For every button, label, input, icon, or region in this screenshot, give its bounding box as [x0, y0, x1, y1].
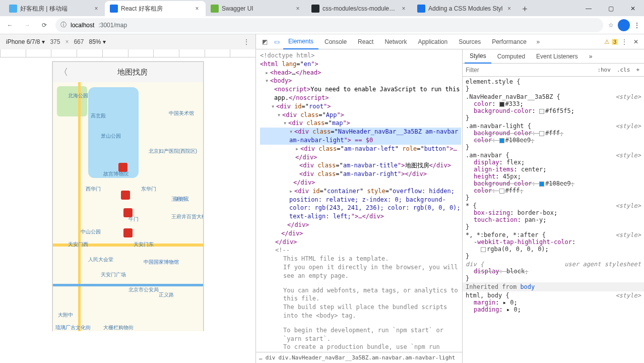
poi-label: 中山公园	[81, 228, 101, 235]
styles-filter-input[interactable]	[466, 67, 593, 74]
poi-label: 大栅栏购物街	[103, 324, 134, 331]
map-view[interactable]: 北海公园 高玄殿 中国美术馆 景山公园 北京妇产医院(西院区) 故宫博物院 皇史…	[53, 82, 203, 331]
tab-title: css-modules/css-modules: D	[323, 5, 397, 12]
poi-label: 午门	[128, 216, 139, 223]
back-icon[interactable]: 〈	[59, 66, 68, 78]
poi-label: 北海公园	[68, 92, 88, 99]
crumb-more[interactable]: …	[259, 354, 263, 361]
device-toggle-icon[interactable]: ▭	[271, 38, 282, 45]
device-zoom[interactable]: 85%▾	[89, 38, 105, 45]
crumb[interactable]: div.NavHeader_navBar__3a5BZ.am-navbar.am…	[279, 354, 456, 361]
map-bg: 北海公园 高玄殿 中国美术馆 景山公园 北京妇产医院(西院区) 故宫博物院 皇史…	[53, 82, 203, 331]
menu-icon[interactable]: ⋮	[634, 22, 640, 29]
device-height[interactable]: 667	[74, 38, 84, 45]
favicon	[417, 5, 425, 13]
device-width[interactable]: 375	[50, 38, 60, 45]
poi-label: 正义路	[159, 291, 174, 298]
tab-performance[interactable]: Performance	[487, 34, 532, 49]
tab-title: Adding a CSS Modules Styl	[428, 5, 502, 12]
tab-application[interactable]: Application	[413, 34, 453, 49]
device-selector[interactable]: iPhone 6/7/8▾	[6, 38, 45, 45]
tab-0[interactable]: 好客租房 | 移动端×	[4, 1, 105, 16]
new-tab-button[interactable]: +	[518, 2, 532, 16]
settings-icon[interactable]: ⋮	[619, 38, 630, 45]
poi-label: 天安门东	[134, 241, 154, 248]
device-pane: iPhone 6/7/8▾ 375 × 667 85%▾ ⋮ 〈 地图找房	[0, 34, 255, 363]
styles-tabs: Styles Computed Event Listeners »	[463, 49, 644, 64]
selected-dom-node[interactable]: ▾<div class="NavHeader_navBar__3a5BZ am-…	[260, 128, 461, 145]
favicon	[9, 5, 17, 13]
tab-styles[interactable]: Styles	[465, 49, 491, 64]
zoom-value: 85%	[89, 38, 101, 45]
poi-label: 故宫博物院	[103, 170, 128, 177]
tab-react[interactable]: React	[353, 34, 378, 49]
url-host: localhost	[71, 22, 94, 29]
reload-button[interactable]: ⟳	[38, 19, 50, 31]
minimize-button[interactable]: —	[577, 1, 600, 16]
tab-2[interactable]: Swagger UI×	[206, 1, 306, 16]
site-info-icon[interactable]: ⓘ	[60, 21, 67, 29]
dom-tree[interactable]: <!doctype html> <html lang="en"> ▸<head>…	[256, 49, 462, 352]
back-button[interactable]: ←	[4, 19, 16, 31]
poi-label: 景山公园	[101, 133, 121, 140]
devtools: ◩ ▭ Elements Console React Network Appli…	[255, 34, 644, 363]
close-icon[interactable]: ×	[194, 5, 201, 12]
favicon	[110, 5, 118, 13]
map-marker[interactable]	[121, 191, 130, 200]
poi-label: 天安门西	[68, 241, 88, 248]
more-tabs-icon[interactable]: »	[533, 38, 544, 45]
chevron-down-icon: ▾	[42, 38, 45, 45]
tab-console[interactable]: Console	[319, 34, 352, 49]
map-marker[interactable]	[123, 228, 133, 237]
close-icon[interactable]: ×	[294, 5, 301, 12]
more-tabs-icon[interactable]: »	[584, 49, 598, 64]
styles-rules[interactable]: element.style {} .NavHeader_navBar__3a5B…	[463, 77, 644, 363]
dom-pane: <!doctype html> <html lang="en"> ▸<head>…	[256, 49, 463, 363]
new-style-icon[interactable]: +	[634, 67, 641, 73]
devtools-body: <!doctype html> <html lang="en"> ▸<head>…	[256, 49, 644, 363]
tab-elements[interactable]: Elements	[283, 34, 318, 49]
poi-label: 天安门广场	[101, 271, 126, 278]
toolbar-right: ☆ ⋮	[608, 19, 640, 31]
poi-label: 王府井	[171, 196, 186, 203]
browser-chrome: 好客租房 | 移动端× React 好客租房× Swagger UI× css-…	[0, 0, 644, 34]
dimension-x: ×	[65, 38, 69, 45]
tab-4[interactable]: Adding a CSS Modules Styl×	[412, 1, 518, 16]
devtools-close-icon[interactable]: ✕	[631, 38, 641, 45]
tab-event-listeners[interactable]: Event Listeners	[531, 49, 583, 64]
poi-label: 中国国家博物馆	[144, 259, 179, 266]
tab-sources[interactable]: Sources	[454, 34, 486, 49]
close-icon[interactable]: ×	[93, 5, 100, 12]
cls-toggle[interactable]: .cls	[615, 67, 632, 73]
tab-network[interactable]: Network	[379, 34, 412, 49]
inspect-icon[interactable]: ◩	[259, 38, 270, 45]
warn-count: 3	[612, 39, 618, 45]
poi-label: 中国美术馆	[169, 110, 194, 117]
poi-label: 高玄殿	[91, 112, 106, 119]
close-button[interactable]: ✕	[622, 1, 644, 16]
window-controls: — ▢ ✕	[577, 1, 644, 16]
device-menu-icon[interactable]: ⋮	[243, 38, 249, 45]
main-area: iPhone 6/7/8▾ 375 × 667 85%▾ ⋮ 〈 地图找房	[0, 34, 644, 363]
hov-toggle[interactable]: :hov	[596, 67, 612, 73]
forward-button[interactable]: →	[21, 19, 33, 31]
omnibox[interactable]: ⓘ localhost:3001/map	[55, 18, 603, 32]
tab-title: Swagger UI	[222, 5, 291, 12]
close-icon[interactable]: ×	[400, 5, 407, 12]
warnings-badge[interactable]: ⚠3	[604, 38, 618, 45]
maximize-button[interactable]: ▢	[600, 1, 622, 16]
tab-computed[interactable]: Computed	[492, 49, 530, 64]
tab-3[interactable]: css-modules/css-modules: D×	[306, 1, 412, 16]
crumb[interactable]: div	[266, 354, 276, 361]
tab-strip: 好客租房 | 移动端× React 好客租房× Swagger UI× css-…	[0, 0, 644, 16]
profile-avatar[interactable]	[618, 19, 630, 31]
tab-1[interactable]: React 好客租房×	[105, 1, 206, 16]
styles-filter-bar: :hov .cls +	[463, 64, 644, 77]
close-icon[interactable]: ×	[505, 5, 512, 12]
park-area	[57, 86, 87, 116]
tab-title: React 好客租房	[121, 5, 190, 13]
bookmark-icon[interactable]: ☆	[608, 22, 614, 29]
poi-label: 人民大会堂	[88, 256, 113, 263]
breadcrumb[interactable]: … div div.NavHeader_navBar__3a5BZ.am-nav…	[256, 352, 462, 363]
app-title: 地图找房	[68, 68, 197, 77]
